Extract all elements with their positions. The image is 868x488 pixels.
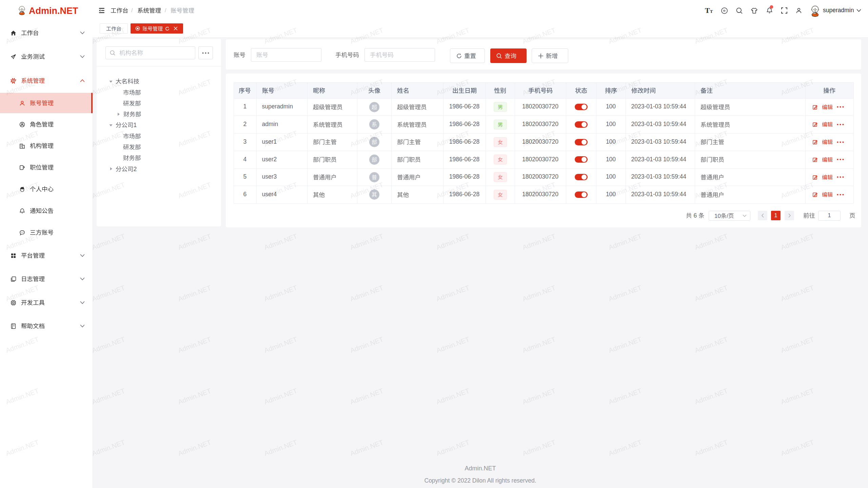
svg-text:/: /: [727, 212, 728, 219]
svg-text:1: 1: [133, 122, 137, 129]
svg-text:6: 6: [693, 212, 697, 219]
svg-text:2: 2: [133, 166, 137, 172]
svg-text:10: 10: [714, 212, 721, 219]
